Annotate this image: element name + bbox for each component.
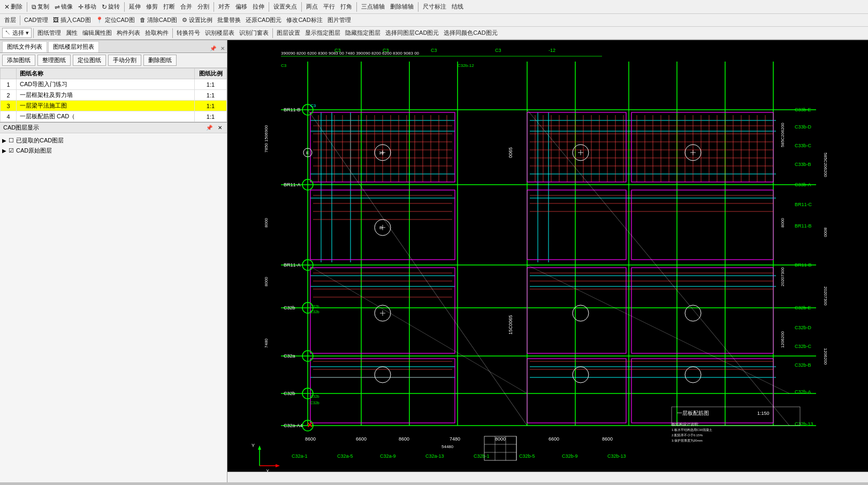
manual-split-button[interactable]: 手动分割 [108, 55, 141, 66]
select-button[interactable]: ↖ 选择 ▾ [2, 28, 32, 38]
hide-layer-button[interactable]: 隐藏指定图层 [343, 28, 383, 37]
position-button[interactable]: 定位图纸 [73, 55, 106, 66]
layer-settings-button[interactable]: 图层设置 [275, 28, 302, 37]
panel-pin-btn[interactable]: 📌 [204, 125, 214, 131]
left-panel: 图纸文件列表 图纸楼层对照表 📌 ✕ 添加图纸 整理图纸 定位图纸 手动分割 删… [0, 40, 227, 482]
sep3 [214, 2, 214, 12]
expand-icon: ▶ [2, 138, 6, 143]
svg-text:8000: 8000 [264, 277, 269, 286]
table-row[interactable]: 4 一层板配筋图 CAD（ 1:1 [1, 111, 227, 122]
svg-text:1206200: 1206200 [823, 348, 828, 365]
svg-text:6600: 6600 [549, 436, 559, 442]
settings-point-button[interactable]: 设置夹点 [271, 2, 299, 11]
offset-button[interactable]: 偏移 [233, 2, 249, 11]
sep6 [356, 2, 357, 12]
stretch-button[interactable]: 延伸 [127, 2, 143, 11]
delete-button[interactable]: ✕删除 [2, 2, 25, 11]
component-list-button[interactable]: 构件列表 [115, 28, 142, 37]
svg-text:板结构设计说明:: 板结构设计说明: [671, 422, 699, 426]
cad-viewport[interactable]: C3 C3 C3 C3 -12 390090 8200 6200 8300 90… [227, 40, 868, 482]
organize-button[interactable]: 整理图纸 [37, 55, 71, 66]
table-row[interactable]: 1 CAD导图入门练习 1:1 [1, 79, 227, 90]
sep11 [272, 28, 273, 38]
cad-canvas: C3 C3 C3 C3 -12 390090 8200 6200 8300 90… [227, 40, 868, 482]
panel-close-icon[interactable]: ✕ [220, 46, 225, 51]
svg-text:3.保护层厚度为20mm: 3.保护层厚度为20mm [672, 438, 703, 442]
svg-text:BR11-A: BR11-A [284, 182, 301, 187]
tab-cad-layer-table[interactable]: 图纸楼层对照表 [48, 41, 99, 52]
align-button[interactable]: 对齐 [216, 2, 232, 11]
home-button[interactable]: 首层 [2, 16, 18, 25]
insert-cad-button[interactable]: 🖼 插入CAD图 [51, 16, 93, 25]
svg-text:C32a-5: C32a-5 [337, 453, 353, 459]
delete-drawing-button[interactable]: 删除图纸 [143, 55, 177, 66]
row-scale: 1:1 [195, 79, 227, 90]
select-same-color-button[interactable]: 选择同颜色CAD图元 [441, 28, 499, 37]
sep4 [269, 2, 269, 12]
identify-layer-button[interactable]: 识别楼层表 [203, 28, 237, 37]
copy-button[interactable]: ⧉复制 [29, 2, 51, 11]
drawing-files-panel: 图纸文件列表 图纸楼层对照表 📌 ✕ 添加图纸 整理图纸 定位图纸 手动分割 删… [0, 40, 227, 123]
cad-layer-title-bar: CAD图层显示 📌 ✕ [0, 123, 227, 133]
end-button[interactable]: 结线 [450, 2, 466, 11]
svg-text:C32a: C32a [284, 353, 295, 359]
pickup-button[interactable]: 拾取构件 [143, 28, 171, 37]
dimension-button[interactable]: 尺寸标注 [421, 2, 448, 11]
clear-cad-button[interactable]: 🗑 清除CAD图 [138, 16, 179, 25]
svg-text:C32b-5: C32b-5 [519, 453, 535, 459]
svg-text:C32a-A4: C32a-A4 [284, 423, 303, 428]
edit-prop-button[interactable]: 编辑属性图 [80, 28, 114, 37]
modify-cad-button[interactable]: 修改CAD标注 [284, 16, 324, 25]
panel-close-btn[interactable]: ✕ [216, 125, 224, 131]
drawing-mgmt-button[interactable]: 图纸管理 [35, 28, 63, 37]
image-mgmt-button[interactable]: 图片管理 [325, 16, 353, 25]
tree-item-original[interactable]: ▶ ☑ CAD原始图层 [2, 146, 225, 156]
svg-text:C33b-C: C33b-C [795, 143, 812, 148]
split-button[interactable]: 分割 [195, 2, 211, 11]
break-button[interactable]: 打断 [161, 2, 177, 11]
mass-replace-button[interactable]: 批量替换 [215, 16, 243, 25]
identify-door-button[interactable]: 识别门窗表 [237, 28, 271, 37]
svg-text:7480: 7480 [264, 338, 269, 348]
position-cad-button[interactable]: 📍 定位CAD图 [94, 16, 137, 25]
sep9 [33, 28, 34, 38]
drawing-table: 图纸名称 图纸比例 1 CAD导图入门练习 1:1 2 一层框架柱及剪力墙 1:… [0, 68, 227, 122]
checkbox-original[interactable]: ☑ [9, 147, 14, 154]
convert-symbol-button[interactable]: 转换符号 [174, 28, 202, 37]
stretch2-button[interactable]: 拉伸 [250, 2, 267, 11]
select-same-cad-button[interactable]: 选择同图层CAD图元 [383, 28, 441, 37]
tab-drawing-files[interactable]: 图纸文件列表 [2, 41, 47, 52]
status-bar [227, 472, 868, 482]
svg-text:C33b-D: C33b-D [795, 124, 812, 130]
two-points-button[interactable]: 两点 [304, 2, 320, 11]
svg-text:C3: C3 [495, 48, 501, 53]
sep8 [20, 16, 20, 25]
restore-cad-button[interactable]: 还原CAD图元 [243, 16, 284, 25]
merge-button[interactable]: 合并 [178, 2, 194, 11]
add-drawing-button[interactable]: 添加图纸 [2, 55, 35, 66]
three-points-button[interactable]: 三点辅轴 [359, 2, 387, 11]
sep1 [27, 2, 27, 12]
svg-text:C32a-9: C32a-9 [380, 453, 396, 459]
tree-item-extracted[interactable]: ▶ ☐ 已提取的CAD图层 [2, 135, 225, 146]
svg-text:7480: 7480 [450, 436, 460, 442]
svg-text:C32b-12: C32b-12 [458, 63, 474, 68]
panel-pin-icon[interactable]: 📌 [210, 46, 216, 51]
settings-ratio-button[interactable]: ⚙ 设置比例 [180, 16, 215, 25]
corner-button[interactable]: 打角 [338, 2, 354, 11]
parallel-button[interactable]: 平行 [321, 2, 337, 11]
cad-mgmt-button[interactable]: CAD管理 [22, 16, 50, 25]
svg-text:E: E [306, 150, 309, 155]
properties-button[interactable]: 属性 [64, 28, 80, 37]
table-row-selected[interactable]: 3 一层梁平法施工图 1:1 [1, 101, 227, 111]
show-layer-button[interactable]: 显示指定图层 [303, 28, 342, 37]
table-row[interactable]: 2 一层框架柱及剪力墙 1:1 [1, 90, 227, 101]
svg-text:C32b: C32b [310, 305, 319, 308]
checkbox-extracted[interactable]: ☐ [9, 137, 14, 144]
rotate-button[interactable]: ↻旋转 [100, 2, 122, 11]
delete-axis-button[interactable]: 删除辅轴 [388, 2, 416, 11]
mirror-button[interactable]: ⇌镜像 [52, 2, 75, 11]
move-button[interactable]: ✛移动 [76, 2, 98, 11]
svg-text:1206200: 1206200 [780, 331, 785, 348]
trim-button[interactable]: 修剪 [144, 2, 160, 11]
